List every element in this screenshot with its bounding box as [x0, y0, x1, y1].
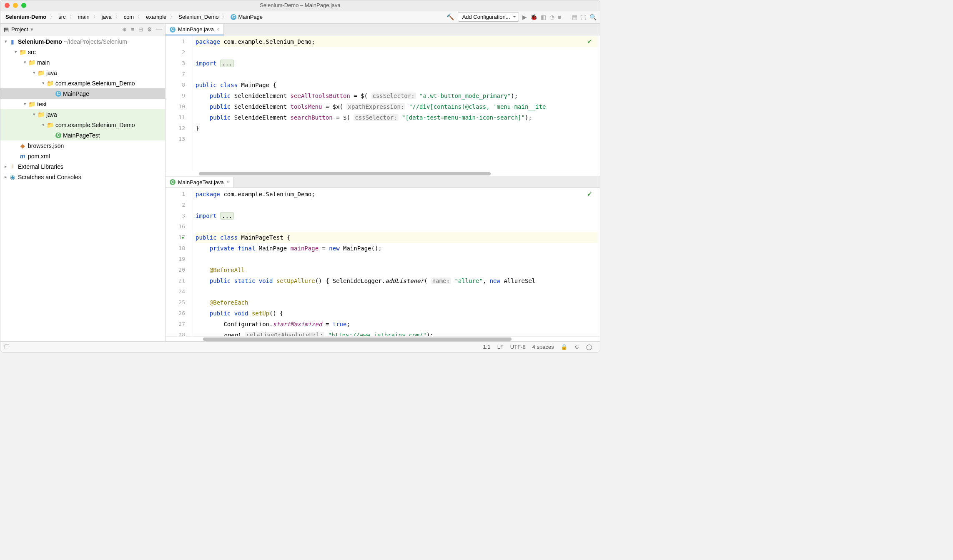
breadcrumb-item[interactable]: java	[100, 13, 113, 21]
code[interactable]: package com.example.Selenium_Demo; impor…	[193, 35, 600, 171]
editor-body[interactable]: ✔ 12378910111213 package com.example.Sel…	[166, 35, 600, 171]
cursor-position[interactable]: 1:1	[483, 344, 491, 350]
notification-icon[interactable]: ◯	[586, 344, 592, 350]
close-icon[interactable]	[5, 3, 10, 8]
breadcrumb-item[interactable]: Selenium_Demo	[177, 13, 220, 21]
tree-package-test[interactable]: ▾ 📁 com.example.Selenium_Demo	[0, 120, 165, 130]
package-icon: 📁	[46, 122, 54, 128]
editor-pane-bottom: C MainPageTest.java × ✔ 1231617▶18192021…	[166, 176, 600, 341]
tree-folder-test[interactable]: ▾ 📁 test	[0, 99, 165, 109]
chevron-right-icon: 〉	[115, 13, 120, 21]
project-header: ▤ Project ▾ ⊕ ≡ ⊟ ⚙ —	[0, 24, 165, 35]
horizontal-scrollbar[interactable]	[166, 171, 600, 176]
tree-folder-java[interactable]: ▾ 📁 java	[0, 68, 165, 78]
editor-tab[interactable]: C MainPage.java ×	[166, 24, 224, 35]
run-config-dropdown[interactable]: Add Configuration...	[458, 12, 519, 22]
expand-icon[interactable]: ≡	[131, 26, 134, 32]
chevron-down-icon[interactable]: ▾	[40, 80, 46, 86]
breadcrumb-item[interactable]: CMainPage	[229, 13, 264, 21]
debug-icon[interactable]: 🐞	[530, 14, 537, 20]
git-icon[interactable]: ▤	[572, 14, 577, 20]
gutter: 12378910111213	[166, 35, 193, 171]
gear-icon[interactable]: ⚙	[147, 26, 152, 32]
tree-file-browsers[interactable]: ◆ browsers.json	[0, 140, 165, 151]
tree-folder-java-test[interactable]: ▾ 📁 java	[0, 109, 165, 120]
chevron-right-icon: 〉	[222, 13, 227, 21]
class-icon: C	[170, 27, 176, 32]
scratch-icon: ◉	[9, 174, 16, 180]
class-icon: C	[170, 179, 176, 185]
chevron-right-icon[interactable]: ▸	[3, 174, 9, 180]
run-gutter-icon[interactable]: ▶	[182, 232, 184, 243]
tree-folder-main[interactable]: ▾ 📁 main	[0, 57, 165, 68]
editor-body[interactable]: ✔ 1231617▶18192021242526272829 package c…	[166, 188, 600, 336]
search-icon[interactable]: 🔍	[589, 14, 597, 20]
tree-folder-src[interactable]: ▾ 📁 src	[0, 47, 165, 57]
chevron-down-icon[interactable]: ▾	[31, 70, 37, 75]
breadcrumb-item[interactable]: example	[144, 13, 168, 21]
tool-window-icon[interactable]	[5, 345, 9, 349]
folder-icon: 📁	[19, 49, 26, 55]
tree-class-mainpagetest[interactable]: C MainPageTest	[0, 130, 165, 140]
project-title[interactable]: Project	[11, 26, 28, 32]
project-view-icon[interactable]: ▤	[4, 26, 9, 32]
chevron-down-icon[interactable]: ▾	[13, 49, 19, 55]
breadcrumb-item[interactable]: src	[57, 13, 67, 21]
minimize-icon[interactable]	[13, 3, 18, 8]
tree-file-pom[interactable]: m pom.xml	[0, 151, 165, 161]
breadcrumb-item[interactable]: Selenium-Demo	[4, 13, 48, 21]
tree-package[interactable]: ▾ 📁 com.example.Selenium_Demo	[0, 78, 165, 88]
editor-tabs: C MainPage.java ×	[166, 24, 600, 35]
close-icon[interactable]: ×	[216, 27, 219, 32]
tree-scratches[interactable]: ▸ ◉ Scratches and Consoles	[0, 172, 165, 182]
tree-external-libraries[interactable]: ▸ ⫴ External Libraries	[0, 161, 165, 172]
tree-root[interactable]: ▾ ▮ Selenium-Demo ~/IdeaProjects/Seleniu…	[0, 36, 165, 47]
chevron-right-icon: 〉	[93, 13, 98, 21]
editor-tab[interactable]: C MainPageTest.java ×	[166, 177, 234, 188]
hide-icon[interactable]: —	[156, 26, 162, 32]
chevron-down-icon[interactable]: ▾	[22, 60, 28, 65]
line-ending[interactable]: LF	[497, 344, 504, 350]
collapse-icon[interactable]: ⊟	[138, 26, 143, 32]
editor-pane-top: C MainPage.java × ✔ 12378910111213 packa…	[166, 24, 600, 176]
horizontal-scrollbar[interactable]	[166, 336, 600, 341]
library-icon: ⫴	[9, 163, 16, 170]
chevron-down-icon[interactable]: ▾	[31, 112, 37, 117]
code[interactable]: package com.example.Selenium_Demo; impor…	[193, 188, 600, 336]
tree-class-mainpage[interactable]: C MainPage	[0, 88, 165, 99]
project-tree: ▾ ▮ Selenium-Demo ~/IdeaProjects/Seleniu…	[0, 35, 165, 341]
close-icon[interactable]: ×	[226, 179, 229, 185]
tab-label: MainPage.java	[178, 26, 214, 32]
scrollbar-thumb[interactable]	[199, 172, 491, 175]
path-label: ~/IdeaProjects/Selenium-	[64, 38, 129, 45]
profile-icon[interactable]: ◔	[549, 14, 554, 20]
maximize-icon[interactable]	[21, 3, 26, 8]
run-icon[interactable]: ▶	[522, 14, 527, 20]
breadcrumb-item[interactable]: com	[122, 13, 136, 21]
chevron-down-icon[interactable]: ▾	[40, 122, 46, 128]
check-icon[interactable]: ✔	[587, 38, 592, 45]
build-icon[interactable]: 🔨	[446, 13, 454, 21]
chevron-right-icon[interactable]: ▸	[3, 164, 9, 169]
chevron-down-icon[interactable]: ▾	[3, 39, 9, 44]
chevron-down-icon[interactable]: ▾	[22, 101, 28, 107]
inspection-icon[interactable]: ☺	[574, 344, 579, 350]
lock-icon[interactable]: 🔒	[561, 344, 567, 350]
update-icon[interactable]: ⬚	[581, 14, 586, 20]
scrollbar-thumb[interactable]	[203, 338, 512, 341]
target-icon[interactable]: ⊕	[122, 26, 127, 32]
check-icon[interactable]: ✔	[587, 190, 592, 198]
folder-icon: 📁	[28, 101, 35, 108]
class-icon: C	[231, 14, 236, 20]
toolbar-actions: 🔨 Add Configuration... ▶ 🐞 ◧ ◔ ■ ▤ ⬚ 🔍	[446, 12, 597, 22]
editor-tabs: C MainPageTest.java ×	[166, 176, 600, 188]
chevron-down-icon[interactable]: ▾	[30, 26, 33, 32]
breadcrumb-item[interactable]: main	[76, 13, 91, 21]
indent[interactable]: 4 spaces	[532, 344, 554, 350]
stop-icon[interactable]: ■	[558, 14, 561, 20]
folder-icon: 📁	[28, 59, 35, 66]
encoding[interactable]: UTF-8	[510, 344, 526, 350]
titlebar: Selenium-Demo – MainPage.java	[0, 0, 600, 10]
coverage-icon[interactable]: ◧	[541, 14, 546, 20]
window-title: Selenium-Demo – MainPage.java	[5, 2, 596, 8]
